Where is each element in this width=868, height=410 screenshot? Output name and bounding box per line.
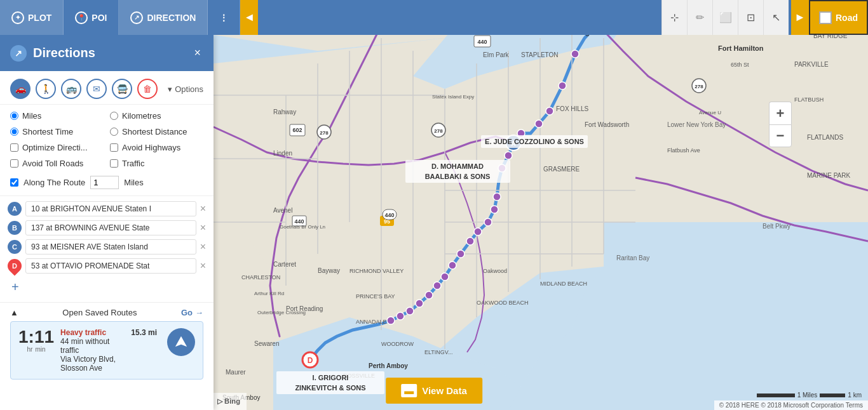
navigate-btn[interactable] — [167, 328, 195, 356]
optimize-check[interactable] — [10, 143, 18, 152]
waypoint-row-c: C × — [8, 239, 206, 255]
email-mode-btn[interactable]: ✉ — [86, 79, 107, 99]
sidebar-panel: ↗ Directions × 🚗 🚶 🚌 ✉ 🚍 🗑 ▾ Options Mil… — [0, 35, 214, 410]
waypoint-remove-d[interactable]: × — [200, 260, 206, 272]
delete-btn[interactable]: 🗑 — [137, 79, 158, 99]
svg-text:Outerbridge Crossing: Outerbridge Crossing — [257, 310, 306, 315]
direction-button[interactable]: ↗ DIRECTION — [119, 0, 208, 35]
waypoint-dot-b: B — [8, 221, 22, 235]
svg-text:PRINCE'S BAY: PRINCE'S BAY — [356, 293, 395, 300]
km-option[interactable]: Kilometres — [110, 111, 203, 121]
svg-point-33 — [493, 193, 501, 201]
svg-text:OAKWOOD BEACH: OAKWOOD BEACH — [477, 300, 529, 306]
svg-point-36 — [474, 228, 482, 235]
zoom-in-btn[interactable]: + — [769, 102, 792, 124]
road-label: Road — [836, 13, 858, 23]
waypoint-input-d[interactable] — [25, 258, 196, 274]
svg-point-46 — [387, 317, 395, 324]
svg-text:278: 278 — [434, 128, 443, 134]
waypoints-section: A × B × C × D × + — [0, 196, 214, 302]
km-radio[interactable] — [110, 112, 118, 120]
traffic-check[interactable] — [110, 159, 118, 168]
svg-text:WOODROW: WOODROW — [381, 341, 414, 347]
select-icon: ⊹ — [670, 11, 679, 23]
pencil-btn[interactable]: ✏ — [687, 0, 712, 35]
svg-text:Maurer: Maurer — [226, 369, 246, 376]
svg-text:440: 440 — [477, 39, 487, 45]
avoid-toll-check[interactable] — [10, 159, 18, 168]
along-route-label: Along The Route — [24, 178, 85, 187]
add-waypoint-btn[interactable]: + — [11, 277, 206, 297]
svg-text:Arthur Kill Rd: Arthur Kill Rd — [254, 291, 284, 296]
cursor-btn[interactable]: ↖ — [763, 0, 789, 35]
car-mode-btn[interactable]: 🚗 — [10, 79, 31, 99]
road-view-btn[interactable]: Road — [809, 0, 868, 35]
svg-text:Bayway: Bayway — [318, 267, 340, 274]
svg-text:Lower New York Bay: Lower New York Bay — [667, 121, 726, 128]
scale-bar: 1 Miles 1 km — [757, 392, 862, 399]
waypoint-remove-b[interactable]: × — [200, 222, 206, 234]
waypoint-input-a[interactable] — [25, 201, 196, 216]
waypoint-input-b[interactable] — [25, 220, 196, 235]
shortest-time-radio[interactable] — [10, 128, 18, 136]
eraser-btn[interactable]: ⬜ — [712, 0, 738, 35]
avoid-highways-label: Avoid Highways — [122, 143, 180, 152]
more-button[interactable]: ⋮ — [208, 0, 240, 35]
traffic-option[interactable]: Traffic — [110, 159, 203, 168]
route-info: Heavy traffic 44 min without traffic Via… — [60, 328, 125, 373]
shortest-distance-option[interactable]: Shortest Distance — [110, 127, 203, 136]
saved-routes-section: ▲ Open Saved Routes Go → 1:11 hr min Hea… — [0, 302, 214, 385]
waypoint-input-c[interactable] — [25, 239, 196, 255]
plot-button[interactable]: ✦ PLOT — [0, 0, 64, 35]
shortest-distance-radio[interactable] — [110, 128, 118, 136]
zoom-controls: + − — [769, 102, 792, 147]
left-collapse-btn[interactable]: ◄ — [240, 0, 258, 35]
options-btn[interactable]: ▾ Options — [168, 84, 203, 94]
svg-text:278: 278 — [695, 84, 703, 89]
waypoint-dot-c: C — [8, 240, 22, 254]
view-data-btn[interactable]: ▬ View Data — [386, 378, 482, 404]
waypoint-remove-c[interactable]: × — [200, 241, 206, 253]
svg-text:Fort Wadsworth: Fort Wadsworth — [585, 121, 629, 128]
miles-label: Miles — [22, 111, 41, 121]
shortest-distance-label: Shortest Distance — [122, 127, 187, 136]
miles-radio[interactable] — [10, 112, 18, 120]
svg-text:Rahway: Rahway — [273, 109, 296, 116]
sidebar-close-btn[interactable]: × — [191, 44, 203, 62]
right-collapse-btn[interactable]: ► — [791, 0, 809, 35]
select-tool-btn[interactable]: ⊹ — [661, 0, 687, 35]
more-icon: ⋮ — [219, 13, 228, 23]
walk-mode-btn[interactable]: 🚶 — [36, 79, 56, 99]
waypoint-remove-a[interactable]: × — [200, 203, 206, 215]
along-route-check[interactable] — [10, 178, 18, 187]
zoom-out-btn[interactable]: − — [769, 124, 792, 147]
go-button[interactable]: Go → — [181, 308, 203, 317]
svg-text:I. GRIGORI: I. GRIGORI — [313, 374, 349, 381]
screen-btn[interactable]: ⊡ — [738, 0, 763, 35]
poi-button[interactable]: 📍 POI — [64, 0, 119, 35]
waypoint-dot-d: D — [4, 256, 24, 275]
avoid-highways-option[interactable]: Avoid Highways — [110, 143, 203, 152]
bus-mode-btn[interactable]: 🚍 — [112, 79, 132, 99]
avoid-highways-check[interactable] — [110, 143, 118, 152]
toolbar-left: ✦ PLOT 📍 POI ↗ DIRECTION ⋮ — [0, 0, 240, 35]
view-data-label: View Data — [422, 385, 467, 396]
sidebar-title: Directions — [33, 46, 95, 60]
cursor-icon: ↖ — [772, 11, 780, 23]
svg-text:FLATBUSH: FLATBUSH — [794, 96, 824, 103]
along-route-input[interactable] — [90, 176, 119, 189]
shortest-time-option[interactable]: Shortest Time — [10, 127, 104, 136]
add-icon: + — [11, 280, 19, 294]
miles-option[interactable]: Miles — [10, 111, 104, 121]
svg-text:ZINKEVITCH & SONS: ZINKEVITCH & SONS — [295, 384, 365, 392]
transit-mode-btn[interactable]: 🚌 — [61, 79, 81, 99]
options-label: Options — [175, 84, 203, 94]
route-time-block: 1:11 hr min — [18, 328, 54, 353]
avoid-toll-option[interactable]: Avoid Toll Roads — [10, 159, 104, 168]
saved-routes-header[interactable]: ▲ Open Saved Routes Go → — [10, 308, 203, 317]
svg-text:Carteret: Carteret — [273, 261, 296, 268]
svg-text:PARKVILLE: PARKVILLE — [794, 61, 829, 68]
view-data-icon: ▬ — [401, 384, 417, 397]
options-grid: Miles Kilometres Shortest Time Shortest … — [10, 111, 203, 172]
optimize-option[interactable]: Optimize Directi... — [10, 143, 104, 152]
